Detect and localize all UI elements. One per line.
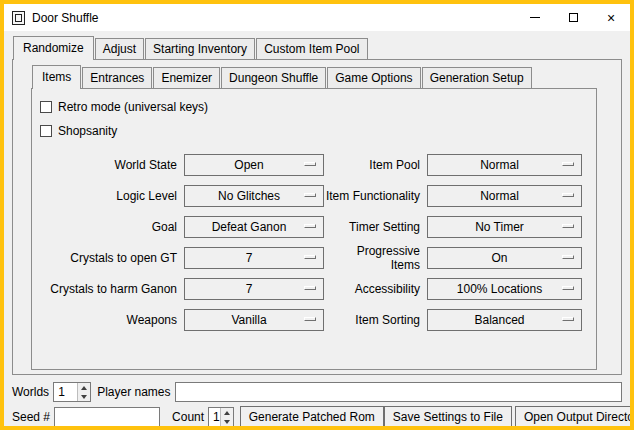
dropdown-indicator-icon bbox=[562, 193, 574, 197]
logic-level-label: Logic Level bbox=[34, 189, 184, 203]
tab-custom-item-pool[interactable]: Custom Item Pool bbox=[256, 38, 367, 59]
world-state-label: World State bbox=[34, 158, 184, 172]
arrow-up-icon bbox=[81, 386, 87, 390]
item-sorting-label: Item Sorting bbox=[324, 313, 427, 327]
inner-notebook: Items Entrances Enemizer Dungeon Shuffle… bbox=[31, 65, 597, 370]
worlds-label: Worlds bbox=[12, 385, 49, 399]
app-icon bbox=[12, 11, 25, 25]
crystals-open-gt-label: Crystals to open GT bbox=[34, 251, 184, 265]
seed-input[interactable] bbox=[54, 407, 160, 427]
items-pane: Retro mode (universal keys) Shopsanity W… bbox=[31, 88, 597, 370]
generate-patched-rom-button[interactable]: Generate Patched Rom bbox=[240, 406, 384, 428]
count-label: Count bbox=[172, 410, 204, 424]
worlds-spinner[interactable]: 1 bbox=[53, 382, 91, 402]
item-sorting-dropdown[interactable]: Balanced bbox=[427, 309, 582, 331]
item-pool-dropdown[interactable]: Normal bbox=[427, 154, 582, 176]
goal-dropdown[interactable]: Defeat Ganon bbox=[184, 216, 324, 238]
maximize-icon bbox=[569, 13, 578, 22]
arrow-up-icon bbox=[224, 411, 230, 415]
item-functionality-dropdown[interactable]: Normal bbox=[427, 185, 582, 207]
retro-mode-checkbox[interactable]: Retro mode (universal keys) bbox=[40, 95, 594, 119]
window-title: Door Shuffle bbox=[32, 11, 99, 25]
player-names-label: Player names bbox=[97, 385, 170, 399]
item-pool-label: Item Pool bbox=[324, 158, 427, 172]
checkbox-icon bbox=[40, 101, 52, 113]
save-settings-button[interactable]: Save Settings to File bbox=[384, 406, 512, 428]
tab-adjust[interactable]: Adjust bbox=[95, 38, 144, 59]
accessibility-dropdown[interactable]: 100% Locations bbox=[427, 278, 582, 300]
dropdown-indicator-icon bbox=[304, 193, 316, 197]
dropdown-indicator-icon bbox=[304, 255, 316, 259]
tab-starting-inventory[interactable]: Starting Inventory bbox=[145, 38, 255, 59]
dropdown-indicator-icon bbox=[304, 162, 316, 166]
crystals-open-gt-dropdown[interactable]: 7 bbox=[184, 247, 324, 269]
weapons-label: Weapons bbox=[34, 313, 184, 327]
option-row: World State Open Item Pool Normal bbox=[34, 149, 594, 180]
dropdown-indicator-icon bbox=[304, 286, 316, 290]
progressive-items-label: Progressive Items bbox=[324, 244, 427, 272]
client-area: Randomize Adjust Starting Inventory Cust… bbox=[4, 31, 630, 430]
progressive-items-dropdown[interactable]: On bbox=[427, 247, 582, 269]
minimize-button[interactable] bbox=[516, 4, 554, 31]
worlds-row: Worlds 1 Player names bbox=[12, 380, 622, 404]
option-row: Goal Defeat Ganon Timer Setting No Timer bbox=[34, 211, 594, 242]
option-row: Logic Level No Glitches Item Functionali… bbox=[34, 180, 594, 211]
window-controls: × bbox=[516, 4, 630, 31]
maximize-button[interactable] bbox=[554, 4, 592, 31]
crystals-harm-ganon-label: Crystals to harm Ganon bbox=[34, 282, 184, 296]
dropdown-indicator-icon bbox=[304, 224, 316, 228]
tab-items[interactable]: Items bbox=[32, 65, 81, 89]
timer-setting-dropdown[interactable]: No Timer bbox=[427, 216, 582, 238]
item-functionality-label: Item Functionality bbox=[324, 189, 427, 203]
option-row: Crystals to harm Ganon 7 Accessibility 1… bbox=[34, 273, 594, 304]
spin-down-button[interactable] bbox=[78, 392, 90, 401]
weapons-dropdown[interactable]: Vanilla bbox=[184, 309, 324, 331]
spinner-arrows-icon bbox=[77, 383, 90, 401]
option-row: Crystals to open GT 7 Progressive Items … bbox=[34, 242, 594, 273]
dropdown-indicator-icon bbox=[562, 224, 574, 228]
randomize-tab-bar: Items Entrances Enemizer Dungeon Shuffle… bbox=[31, 65, 597, 88]
close-button[interactable]: × bbox=[592, 4, 630, 31]
titlebar: Door Shuffle × bbox=[4, 4, 630, 31]
retro-mode-label: Retro mode (universal keys) bbox=[58, 100, 208, 114]
player-names-input[interactable] bbox=[175, 382, 623, 402]
open-output-directory-button[interactable]: Open Output Directory bbox=[515, 406, 634, 428]
seed-row: Seed # Count 1 Generate Patched Rom Save… bbox=[12, 405, 622, 429]
world-state-dropdown[interactable]: Open bbox=[184, 154, 324, 176]
seed-label: Seed # bbox=[12, 410, 50, 424]
dropdown-indicator-icon bbox=[304, 317, 316, 321]
accessibility-label: Accessibility bbox=[324, 282, 427, 296]
spinner-arrows-icon bbox=[220, 408, 233, 426]
checkbox-icon bbox=[40, 125, 52, 137]
close-icon: × bbox=[607, 11, 615, 25]
shopsanity-label: Shopsanity bbox=[58, 124, 117, 138]
count-spinner[interactable]: 1 bbox=[208, 407, 234, 427]
option-row: Weapons Vanilla Item Sorting Balanced bbox=[34, 304, 594, 335]
tab-game-options[interactable]: Game Options bbox=[327, 67, 420, 88]
crystals-harm-ganon-dropdown[interactable]: 7 bbox=[184, 278, 324, 300]
tab-enemizer[interactable]: Enemizer bbox=[153, 67, 220, 88]
randomize-pane: Items Entrances Enemizer Dungeon Shuffle… bbox=[12, 59, 622, 375]
arrow-down-icon bbox=[224, 420, 230, 424]
spin-up-button[interactable] bbox=[221, 408, 233, 417]
tab-entrances[interactable]: Entrances bbox=[82, 67, 152, 88]
dropdown-indicator-icon bbox=[562, 255, 574, 259]
options-grid: World State Open Item Pool Normal bbox=[34, 149, 594, 335]
goal-label: Goal bbox=[34, 220, 184, 234]
tab-dungeon-shuffle[interactable]: Dungeon Shuffle bbox=[221, 67, 326, 88]
tab-randomize[interactable]: Randomize bbox=[13, 36, 94, 60]
spin-down-button[interactable] bbox=[221, 417, 233, 426]
bottom-bar: Worlds 1 Player names Seed # Count 1 bbox=[12, 375, 622, 430]
minimize-icon bbox=[530, 17, 540, 18]
spin-up-button[interactable] bbox=[78, 383, 90, 392]
dropdown-indicator-icon bbox=[562, 162, 574, 166]
dropdown-indicator-icon bbox=[562, 317, 574, 321]
door-shuffle-window: Door Shuffle × Randomize Adjust Starting… bbox=[0, 0, 634, 430]
tab-generation-setup[interactable]: Generation Setup bbox=[422, 67, 532, 88]
dropdown-indicator-icon bbox=[562, 286, 574, 290]
logic-level-dropdown[interactable]: No Glitches bbox=[184, 185, 324, 207]
shopsanity-checkbox[interactable]: Shopsanity bbox=[40, 119, 594, 143]
timer-setting-label: Timer Setting bbox=[324, 220, 427, 234]
main-tab-bar: Randomize Adjust Starting Inventory Cust… bbox=[12, 36, 622, 59]
arrow-down-icon bbox=[81, 395, 87, 399]
